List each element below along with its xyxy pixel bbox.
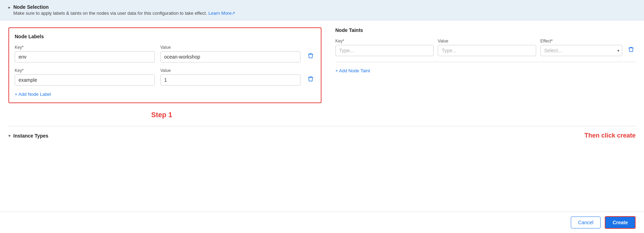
taint-value-input[interactable] <box>438 45 536 56</box>
taint-key-input[interactable] <box>335 45 434 56</box>
node-taints-title: Node Taints <box>335 27 636 33</box>
taint-effect-label: Effect* <box>540 39 622 44</box>
header-title: Node Selection <box>13 4 235 10</box>
learn-more-link[interactable]: Learn More↗ <box>208 11 235 16</box>
taint-effect-select-wrapper: Select... NoSchedule PreferNoSchedule No… <box>540 45 622 56</box>
node-label-value-input-1[interactable] <box>160 51 300 62</box>
add-node-taint-button[interactable]: + Add Node Taint <box>335 68 370 73</box>
key-label-2: Key* <box>15 68 155 73</box>
value-label-1: Value <box>160 45 300 50</box>
add-node-label-row: + Add Node Label <box>15 91 315 97</box>
footer-bar: Cancel Create <box>0 212 644 233</box>
node-label-value-input-2[interactable] <box>160 74 300 86</box>
taint-effect-select[interactable]: Select... NoSchedule PreferNoSchedule No… <box>540 45 622 56</box>
header-chevron-icon: ▸ <box>8 5 11 10</box>
node-label-key-input-2[interactable] <box>15 74 155 86</box>
node-label-key-group-2: Key* <box>15 68 155 86</box>
node-label-row-1: Key* Value <box>15 45 315 62</box>
taint-key-group: Key* <box>335 39 434 56</box>
taint-divider <box>335 62 636 62</box>
cancel-button[interactable]: Cancel <box>571 217 601 228</box>
then-click-create-annotation: Then click create <box>584 132 636 139</box>
header-subtitle: Make sure to apply labels & taints on th… <box>13 11 235 16</box>
delete-label-row-2-button[interactable] <box>306 74 315 85</box>
instance-types-chevron-icon: ▾ <box>8 133 11 138</box>
create-button[interactable]: Create <box>605 216 636 229</box>
taint-value-label: Value <box>438 39 536 44</box>
step-1-annotation: Step 1 <box>8 111 315 119</box>
node-taint-row-1: Key* Value Effect* Select... NoSchedule <box>335 39 636 56</box>
node-taints-section: Node Taints Key* Value Effect* <box>335 27 636 73</box>
taint-value-group: Value <box>438 39 536 56</box>
node-selection-header: ▸ Node Selection Make sure to apply labe… <box>0 0 644 20</box>
node-label-key-group-1: Key* <box>15 45 155 62</box>
delete-label-row-1-button[interactable] <box>306 51 315 62</box>
taint-effect-group: Effect* Select... NoSchedule PreferNoSch… <box>540 39 622 56</box>
add-node-taint-row: + Add Node Taint <box>335 68 636 73</box>
key-label-1: Key* <box>15 45 155 50</box>
instance-types-section: ▾ Instance Types Then click create <box>8 126 636 139</box>
trash-icon-taint-1 <box>628 46 634 53</box>
node-label-value-group-1: Value <box>160 45 300 62</box>
value-label-2: Value <box>160 68 300 73</box>
add-node-label-button[interactable]: + Add Node Label <box>15 92 51 97</box>
node-label-row-2: Key* Value <box>15 68 315 86</box>
taint-key-label: Key* <box>335 39 434 44</box>
delete-taint-row-1-button[interactable] <box>626 45 636 55</box>
node-label-key-input-1[interactable] <box>15 51 155 62</box>
node-labels-title: Node Labels <box>15 34 315 39</box>
node-labels-section: Node Labels Key* Value <box>8 27 321 103</box>
node-label-value-group-2: Value <box>160 68 300 86</box>
trash-icon-2 <box>307 76 314 82</box>
instance-types-title: Instance Types <box>13 133 48 139</box>
trash-icon-1 <box>307 53 314 59</box>
